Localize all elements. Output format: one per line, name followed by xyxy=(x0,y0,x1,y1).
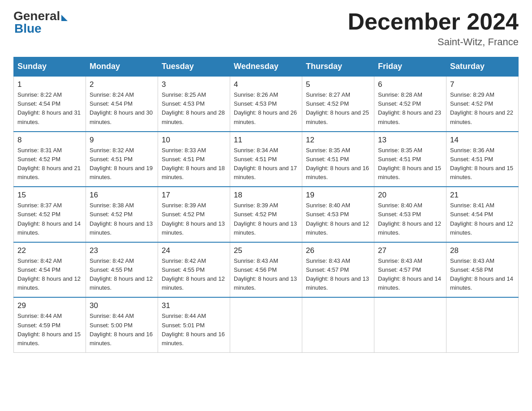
day-cell-20: 20Sunrise: 8:40 AMSunset: 4:53 PMDayligh… xyxy=(374,187,446,242)
day-number: 24 xyxy=(162,246,226,255)
weekday-header-wednesday: Wednesday xyxy=(230,57,302,77)
day-cell-19: 19Sunrise: 8:40 AMSunset: 4:53 PMDayligh… xyxy=(302,187,374,242)
day-cell-30: 30Sunrise: 8:44 AMSunset: 5:00 PMDayligh… xyxy=(86,297,158,352)
day-info: Sunrise: 8:22 AMSunset: 4:54 PMDaylight:… xyxy=(17,90,82,127)
day-info: Sunrise: 8:34 AMSunset: 4:51 PMDaylight:… xyxy=(234,146,298,182)
day-number: 9 xyxy=(90,136,154,145)
day-cell-16: 16Sunrise: 8:38 AMSunset: 4:52 PMDayligh… xyxy=(86,187,158,242)
day-number: 7 xyxy=(450,80,515,89)
day-info: Sunrise: 8:40 AMSunset: 4:53 PMDaylight:… xyxy=(378,201,442,237)
empty-cell xyxy=(302,297,374,352)
day-number: 26 xyxy=(306,246,370,255)
day-cell-11: 11Sunrise: 8:34 AMSunset: 4:51 PMDayligh… xyxy=(230,132,302,187)
day-number: 4 xyxy=(234,80,298,89)
day-number: 11 xyxy=(234,136,298,145)
day-number: 19 xyxy=(306,191,370,200)
day-number: 28 xyxy=(450,246,515,255)
weekday-header-monday: Monday xyxy=(86,57,158,77)
day-info: Sunrise: 8:39 AMSunset: 4:52 PMDaylight:… xyxy=(234,201,298,237)
location-text: Saint-Witz, France xyxy=(348,36,519,48)
day-cell-21: 21Sunrise: 8:41 AMSunset: 4:54 PMDayligh… xyxy=(446,187,519,242)
day-number: 18 xyxy=(234,191,298,200)
week-row-3: 15Sunrise: 8:37 AMSunset: 4:52 PMDayligh… xyxy=(14,187,519,242)
day-number: 3 xyxy=(162,80,226,89)
day-info: Sunrise: 8:41 AMSunset: 4:54 PMDaylight:… xyxy=(450,201,515,237)
day-number: 20 xyxy=(378,191,442,200)
day-cell-7: 7Sunrise: 8:29 AMSunset: 4:52 PMDaylight… xyxy=(446,76,519,132)
day-number: 15 xyxy=(17,191,82,200)
day-number: 21 xyxy=(450,191,515,200)
month-title: December 2024 xyxy=(348,9,519,34)
day-info: Sunrise: 8:27 AMSunset: 4:52 PMDaylight:… xyxy=(306,90,370,127)
weekday-header-saturday: Saturday xyxy=(446,57,519,77)
day-cell-8: 8Sunrise: 8:31 AMSunset: 4:52 PMDaylight… xyxy=(14,132,86,187)
day-info: Sunrise: 8:32 AMSunset: 4:51 PMDaylight:… xyxy=(90,146,154,182)
empty-cell xyxy=(446,297,519,352)
page-header: General Blue December 2024 Saint-Witz, F… xyxy=(13,9,519,48)
day-info: Sunrise: 8:42 AMSunset: 4:54 PMDaylight:… xyxy=(17,257,82,293)
day-info: Sunrise: 8:39 AMSunset: 4:52 PMDaylight:… xyxy=(162,201,226,237)
day-cell-13: 13Sunrise: 8:35 AMSunset: 4:51 PMDayligh… xyxy=(374,132,446,187)
logo-triangle-icon xyxy=(61,15,68,21)
day-cell-26: 26Sunrise: 8:43 AMSunset: 4:57 PMDayligh… xyxy=(302,242,374,298)
title-block: December 2024 Saint-Witz, France xyxy=(348,9,519,48)
logo: General Blue xyxy=(13,9,68,36)
day-number: 29 xyxy=(17,301,82,310)
day-info: Sunrise: 8:28 AMSunset: 4:52 PMDaylight:… xyxy=(378,90,442,127)
day-info: Sunrise: 8:44 AMSunset: 4:59 PMDaylight:… xyxy=(17,312,82,348)
day-number: 25 xyxy=(234,246,298,255)
week-row-2: 8Sunrise: 8:31 AMSunset: 4:52 PMDaylight… xyxy=(14,132,519,187)
day-info: Sunrise: 8:42 AMSunset: 4:55 PMDaylight:… xyxy=(90,257,154,293)
day-cell-14: 14Sunrise: 8:36 AMSunset: 4:51 PMDayligh… xyxy=(446,132,519,187)
day-info: Sunrise: 8:40 AMSunset: 4:53 PMDaylight:… xyxy=(306,201,370,237)
day-cell-17: 17Sunrise: 8:39 AMSunset: 4:52 PMDayligh… xyxy=(158,187,230,242)
day-number: 10 xyxy=(162,136,226,145)
day-cell-1: 1Sunrise: 8:22 AMSunset: 4:54 PMDaylight… xyxy=(14,76,86,132)
day-cell-15: 15Sunrise: 8:37 AMSunset: 4:52 PMDayligh… xyxy=(14,187,86,242)
day-cell-2: 2Sunrise: 8:24 AMSunset: 4:54 PMDaylight… xyxy=(86,76,158,132)
weekday-header-row: SundayMondayTuesdayWednesdayThursdayFrid… xyxy=(14,57,519,77)
logo-blue-text: Blue xyxy=(14,21,42,36)
week-row-5: 29Sunrise: 8:44 AMSunset: 4:59 PMDayligh… xyxy=(14,297,519,352)
day-info: Sunrise: 8:37 AMSunset: 4:52 PMDaylight:… xyxy=(17,201,82,237)
day-number: 5 xyxy=(306,80,370,89)
day-info: Sunrise: 8:29 AMSunset: 4:52 PMDaylight:… xyxy=(450,90,515,127)
day-cell-18: 18Sunrise: 8:39 AMSunset: 4:52 PMDayligh… xyxy=(230,187,302,242)
day-cell-9: 9Sunrise: 8:32 AMSunset: 4:51 PMDaylight… xyxy=(86,132,158,187)
day-cell-25: 25Sunrise: 8:43 AMSunset: 4:56 PMDayligh… xyxy=(230,242,302,298)
day-cell-31: 31Sunrise: 8:44 AMSunset: 5:01 PMDayligh… xyxy=(158,297,230,352)
day-number: 2 xyxy=(90,80,154,89)
day-info: Sunrise: 8:44 AMSunset: 5:01 PMDaylight:… xyxy=(162,312,226,348)
day-cell-28: 28Sunrise: 8:43 AMSunset: 4:58 PMDayligh… xyxy=(446,242,519,298)
day-number: 13 xyxy=(378,136,442,145)
weekday-header-thursday: Thursday xyxy=(302,57,374,77)
day-cell-27: 27Sunrise: 8:43 AMSunset: 4:57 PMDayligh… xyxy=(374,242,446,298)
day-number: 16 xyxy=(90,191,154,200)
day-number: 22 xyxy=(17,246,82,255)
empty-cell xyxy=(374,297,446,352)
weekday-header-friday: Friday xyxy=(374,57,446,77)
weekday-header-tuesday: Tuesday xyxy=(158,57,230,77)
day-info: Sunrise: 8:24 AMSunset: 4:54 PMDaylight:… xyxy=(90,90,154,127)
week-row-4: 22Sunrise: 8:42 AMSunset: 4:54 PMDayligh… xyxy=(14,242,519,298)
empty-cell xyxy=(230,297,302,352)
day-info: Sunrise: 8:42 AMSunset: 4:55 PMDaylight:… xyxy=(162,257,226,293)
week-row-1: 1Sunrise: 8:22 AMSunset: 4:54 PMDaylight… xyxy=(14,76,519,132)
day-info: Sunrise: 8:43 AMSunset: 4:56 PMDaylight:… xyxy=(234,257,298,293)
day-info: Sunrise: 8:31 AMSunset: 4:52 PMDaylight:… xyxy=(17,146,82,182)
day-info: Sunrise: 8:43 AMSunset: 4:57 PMDaylight:… xyxy=(306,257,370,293)
day-info: Sunrise: 8:25 AMSunset: 4:53 PMDaylight:… xyxy=(162,90,226,127)
day-number: 1 xyxy=(17,80,82,89)
day-number: 8 xyxy=(17,136,82,145)
weekday-header-sunday: Sunday xyxy=(14,57,86,77)
day-info: Sunrise: 8:36 AMSunset: 4:51 PMDaylight:… xyxy=(450,146,515,182)
day-info: Sunrise: 8:38 AMSunset: 4:52 PMDaylight:… xyxy=(90,201,154,237)
calendar-table: SundayMondayTuesdayWednesdayThursdayFrid… xyxy=(13,57,519,353)
day-number: 31 xyxy=(162,301,226,310)
day-number: 6 xyxy=(378,80,442,89)
day-info: Sunrise: 8:33 AMSunset: 4:51 PMDaylight:… xyxy=(162,146,226,182)
day-info: Sunrise: 8:35 AMSunset: 4:51 PMDaylight:… xyxy=(306,146,370,182)
day-number: 17 xyxy=(162,191,226,200)
day-cell-6: 6Sunrise: 8:28 AMSunset: 4:52 PMDaylight… xyxy=(374,76,446,132)
day-number: 14 xyxy=(450,136,515,145)
